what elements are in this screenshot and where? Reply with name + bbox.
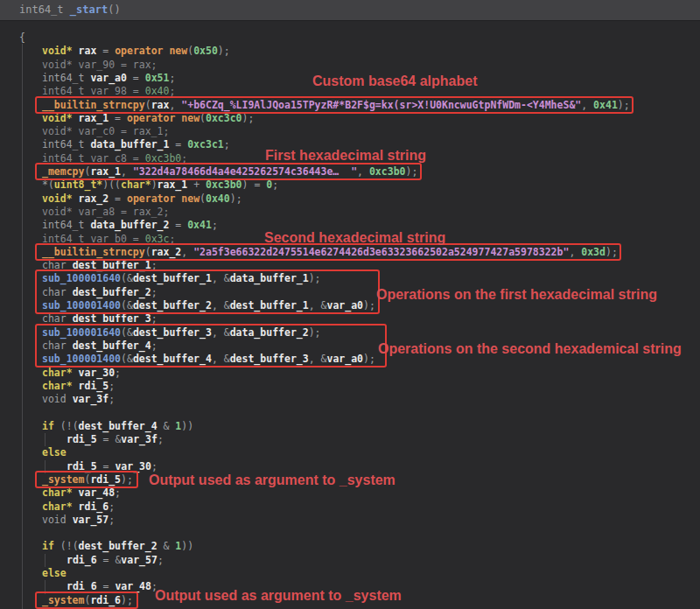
- code-token: rdi_6: [90, 594, 121, 606]
- code-token: rdi_5: [66, 460, 97, 472]
- code-token: , &: [212, 299, 230, 312]
- code-token: &: [158, 540, 176, 552]
- code-token: dest_buffer_1: [230, 299, 309, 312]
- code-token: (: [145, 246, 151, 258]
- code-token: );: [218, 45, 230, 57]
- code-token: ;: [151, 286, 158, 298]
- code-line: void var_3f;: [42, 393, 115, 406]
- code-token: char*: [42, 380, 73, 392]
- code-token: rax_1: [158, 178, 188, 191]
- code-token: =: [169, 138, 187, 150]
- code-line: int64_t var_98 = 0x40;: [42, 85, 175, 98]
- function-ref[interactable]: sub_100001400: [42, 299, 121, 312]
- code-token: ;: [108, 380, 115, 392]
- function-ref[interactable]: operator new: [127, 112, 200, 124]
- code-token: if: [42, 420, 54, 432]
- annotation-label-ops-second: Operations on the second hexademical str…: [378, 341, 682, 357]
- code-line: void* rax_1 = operator new(0xc3c0);: [42, 112, 254, 125]
- code-line: _system(rdi_6);: [42, 594, 133, 607]
- code-token: )): [181, 540, 193, 552]
- annotation-label-custom-base64: Custom base64 alphabet: [312, 74, 478, 89]
- function-params: (): [108, 4, 120, 16]
- function-ref[interactable]: _memcpy: [42, 165, 84, 178]
- code-token: int64_t: [42, 72, 90, 84]
- function-ref[interactable]: __builtin_strncpy: [42, 99, 145, 111]
- function-ref[interactable]: operator new: [115, 45, 187, 57]
- code-token: rdi_5: [66, 433, 97, 445]
- code-token: (&: [121, 272, 133, 284]
- code-line: void* var_a8 = rax_2;: [42, 206, 169, 219]
- code-token: );: [405, 165, 417, 178]
- code-token: var_a0: [326, 299, 363, 312]
- code-line: sub_100001640(&dest_buffer_1, &data_buff…: [42, 272, 321, 285]
- indent-guide: [45, 554, 46, 567]
- function-return-type: int64_t: [19, 4, 64, 16]
- code-token: ;: [272, 178, 278, 191]
- code-token: rdi_6: [79, 500, 109, 513]
- code-token: = &: [97, 433, 122, 445]
- code-token: , &: [212, 272, 230, 284]
- code-line: int64_t data_buffer_2 = 0x41;: [42, 219, 218, 232]
- function-ref[interactable]: operator new: [127, 192, 200, 205]
- annotation-label-output-system-1: Output used as argument to _system: [149, 472, 396, 488]
- code-token: ,: [357, 165, 369, 178]
- code-token: void*: [42, 45, 73, 57]
- code-token: var_57: [73, 514, 109, 526]
- code-token: void* var_c0 = rax_1;: [42, 125, 169, 137]
- code-token: dest_buffer_4: [133, 353, 212, 365]
- code-token: ;: [169, 85, 175, 97]
- code-token: );: [121, 473, 133, 486]
- code-token: rdi_6: [66, 554, 97, 566]
- function-ref[interactable]: sub_100001400: [42, 353, 121, 365]
- indent-guide: [45, 580, 46, 593]
- code-token: )((: [102, 178, 121, 191]
- code-token: void*: [42, 192, 73, 205]
- code-line: int64_t var_a0 = 0x51;: [42, 72, 175, 85]
- code-line: char dest_buffer_4;: [42, 340, 158, 353]
- code-token: 0x50: [193, 45, 218, 57]
- code-token: =: [169, 219, 187, 231]
- code-token: ;: [169, 72, 175, 84]
- code-token: dest_buffer_4: [79, 420, 158, 432]
- code-token: char*: [42, 486, 73, 499]
- code-line: __builtin_strncpy(rax, "+b6CZq_%LI9AlJQo…: [42, 99, 630, 112]
- code-token: *(: [42, 178, 54, 191]
- code-token: void: [42, 514, 73, 526]
- code-token: ,: [121, 165, 133, 178]
- code-token: =: [97, 460, 116, 472]
- code-token: 0x3c: [145, 233, 170, 245]
- code-token: var_3f: [73, 393, 109, 405]
- function-ref[interactable]: __builtin_strncpy: [42, 246, 145, 258]
- code-token: );: [606, 246, 618, 258]
- code-token: [73, 380, 79, 392]
- code-token: 0xc3b0: [206, 178, 242, 191]
- function-ref[interactable]: sub_100001640: [42, 326, 121, 339]
- code-token: (&: [121, 326, 133, 339]
- function-ref[interactable]: sub_100001640: [42, 272, 121, 284]
- code-token: = &: [97, 554, 122, 566]
- code-token: 0xc3c0: [206, 112, 242, 124]
- code-token: ;: [224, 138, 230, 150]
- code-token: ;: [212, 219, 218, 231]
- code-token: char: [42, 259, 73, 271]
- code-line: char* rdi_6;: [42, 500, 115, 514]
- code-token: ;: [108, 514, 115, 526]
- code-line: sub_100001400(&dest_buffer_4, &dest_buff…: [42, 353, 375, 366]
- code-line: {: [19, 32, 25, 45]
- function-ref[interactable]: _system: [42, 594, 84, 606]
- code-token: );: [309, 326, 321, 339]
- code-token: ) =: [242, 178, 267, 191]
- code-token: if: [42, 540, 54, 552]
- code-token: rax_1: [90, 165, 121, 178]
- code-token: =: [108, 112, 127, 124]
- code-token: , &: [309, 353, 327, 365]
- code-token: ;: [108, 393, 115, 405]
- function-name[interactable]: _start: [70, 4, 108, 16]
- code-token: dest_buffer_2: [79, 540, 158, 552]
- decompiler-view: int64_t _start() {void* rax = operator n…: [0, 0, 700, 609]
- annotation-label-ops-first: Operations on the first hexadecimal stri…: [376, 287, 657, 303]
- code-token: dest_buffer_2: [73, 286, 151, 298]
- code-token: var_48: [115, 580, 151, 592]
- code-line: rdi_6 = &var_57;: [66, 554, 164, 567]
- function-ref[interactable]: _system: [42, 473, 84, 486]
